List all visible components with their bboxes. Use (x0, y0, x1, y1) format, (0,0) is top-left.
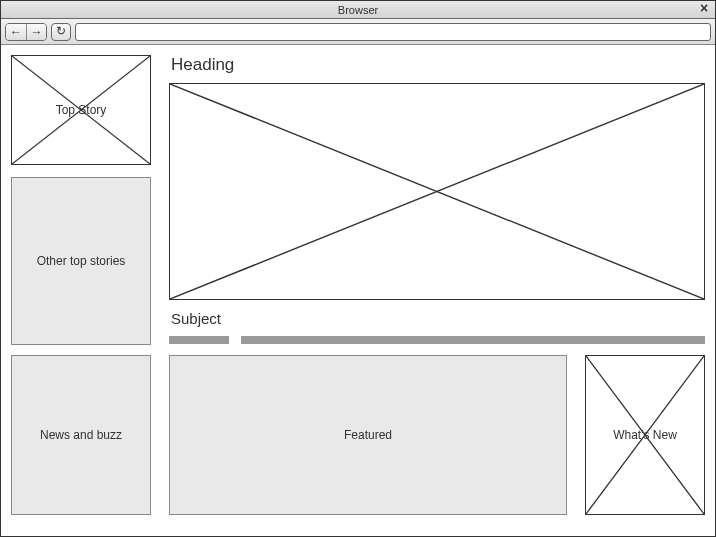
titlebar: Browser × (1, 1, 715, 19)
close-icon[interactable]: × (695, 1, 713, 18)
back-button[interactable]: ← (6, 24, 26, 40)
nav-group: ← → (5, 23, 47, 41)
sidebar: Top Story Other top stories (11, 55, 151, 345)
image-placeholder-icon (170, 84, 704, 299)
browser-window: Browser × ← → ↻ Top Story (0, 0, 716, 537)
whats-new-image[interactable]: What's New (585, 355, 705, 515)
text-placeholder-short (169, 336, 229, 344)
top-story-label: Top Story (54, 103, 109, 117)
page-heading: Heading (169, 55, 705, 75)
url-input[interactable] (75, 23, 711, 41)
forward-button[interactable]: → (26, 24, 46, 40)
subject-heading: Subject (169, 310, 705, 327)
other-top-stories-panel[interactable]: Other top stories (11, 177, 151, 345)
top-story-image[interactable]: Top Story (11, 55, 151, 165)
window-title: Browser (1, 4, 715, 16)
row-bottom: News and buzz Featured What's New (11, 355, 705, 515)
whats-new-label: What's New (611, 428, 679, 442)
page-content: Top Story Other top stories Heading Subj… (1, 45, 715, 536)
row-top: Top Story Other top stories Heading Subj… (11, 55, 705, 345)
news-and-buzz-label: News and buzz (40, 428, 122, 442)
toolbar: ← → ↻ (1, 19, 715, 45)
reload-button[interactable]: ↻ (51, 23, 71, 41)
reload-icon: ↻ (56, 24, 66, 38)
news-and-buzz-panel[interactable]: News and buzz (11, 355, 151, 515)
main-column: Heading Subject (169, 55, 705, 345)
arrow-left-icon: ← (10, 25, 22, 39)
arrow-right-icon: → (31, 25, 43, 39)
text-placeholder-long (241, 336, 705, 344)
featured-panel[interactable]: Featured (169, 355, 567, 515)
featured-label: Featured (344, 428, 392, 442)
hero-image[interactable] (169, 83, 705, 300)
other-top-stories-label: Other top stories (37, 254, 126, 268)
text-placeholder-row (169, 335, 705, 345)
